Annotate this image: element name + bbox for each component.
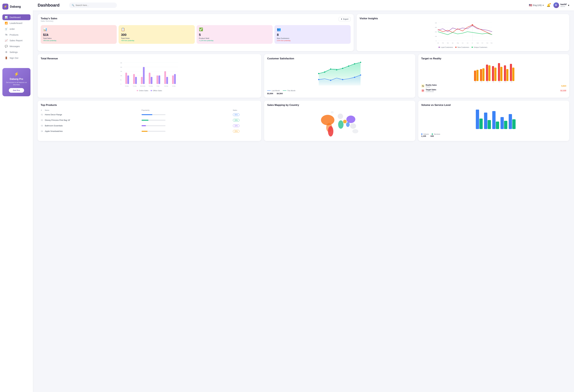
new-dot xyxy=(455,47,456,48)
legend-online: Online Sales xyxy=(137,90,148,91)
header: Dashboard 🔍 🇺🇸 Eng (US) ▾ 🔔 K kashif Adm… xyxy=(33,0,574,10)
sidebar-item-dashboard[interactable]: 📊 Dashboard xyxy=(2,14,30,20)
col-name: Name xyxy=(45,109,141,112)
get-pro-button[interactable]: Get Pro xyxy=(9,88,24,93)
svg-point-58 xyxy=(324,71,326,73)
volume-value-block: 1,135 xyxy=(421,135,426,137)
svg-rect-39 xyxy=(135,77,137,84)
svg-point-68 xyxy=(354,77,355,78)
target-text: Target Sales Commercial xyxy=(426,89,559,92)
settings-icon: ⚙ xyxy=(5,51,8,54)
satisfaction-legend: Last Month This Month xyxy=(267,90,412,91)
this-month-value-block: $4,504 xyxy=(277,92,283,95)
language-selector[interactable]: 🇺🇸 Eng (US) ▾ xyxy=(529,4,544,7)
notification-dot xyxy=(550,3,551,4)
search-input[interactable] xyxy=(76,4,114,6)
volume-dot xyxy=(421,133,422,135)
svg-rect-47 xyxy=(166,77,168,84)
table-row: 03 Bathroom Essentials 18% xyxy=(41,123,258,128)
svg-rect-41 xyxy=(143,67,144,84)
legend-unique: Unique Customers xyxy=(472,46,487,48)
legend-offline: Offline Sales xyxy=(151,90,162,91)
this-month-value: $4,504 xyxy=(277,92,283,95)
target-sub: Commercial xyxy=(426,91,559,92)
visitor-insights-card: Visitor Insights 400 300 200 100 0 xyxy=(357,14,569,51)
stat-value-1: 300 xyxy=(121,33,192,37)
user-menu[interactable]: K kashif Admin ▾ xyxy=(553,2,569,8)
target-info: 🛍 Reality Sales Global 8,823 🎯 Target Sa… xyxy=(421,84,566,92)
export-button[interactable]: ⬆ Export xyxy=(339,17,351,21)
stat-icon-2: ✅ xyxy=(199,27,270,31)
svg-rect-76 xyxy=(492,66,494,81)
visitor-title: Visitor Insights xyxy=(360,17,566,20)
sidebar-item-messages[interactable]: 💬 Messages xyxy=(2,43,30,49)
revenue-title: Total Revenue xyxy=(41,57,258,60)
total-revenue-card: Total Revenue 25k 20k 15k 10k 5k 0 xyxy=(38,54,261,98)
content: Today's Sales Sales Summery ⬆ Export 📊 $… xyxy=(33,10,574,392)
table-row: 04 Apple Smartwatches 25% xyxy=(41,129,258,134)
col-num: # xyxy=(41,109,44,112)
svg-text:Tuesday: Tuesday xyxy=(133,85,137,87)
sidebar-item-leaderboard[interactable]: 📶 Leaderboard xyxy=(2,20,30,26)
reality-label: Reality Sales xyxy=(426,84,560,86)
sidebar-item-order[interactable]: 🛒 order xyxy=(2,26,30,32)
svg-point-97 xyxy=(347,116,355,123)
last-month-label: Last Month xyxy=(272,90,280,91)
product-num-2: 03 xyxy=(41,123,44,128)
revenue-chart-area: 25k 20k 15k 10k 5k 0 xyxy=(41,62,258,88)
svg-text:25k: 25k xyxy=(120,62,122,63)
sidebar-item-settings[interactable]: ⚙ Settings xyxy=(2,49,30,55)
services-label: Services xyxy=(434,133,440,135)
unique-label: Unique Customers xyxy=(474,46,487,48)
svg-rect-103 xyxy=(484,113,487,129)
svg-rect-106 xyxy=(509,114,512,129)
chevron-down-icon: ▾ xyxy=(568,4,569,7)
reality-sub: Global xyxy=(426,86,560,88)
loyal-label: Loyal Customers xyxy=(441,46,453,48)
svg-text:Nov: Nov xyxy=(486,42,488,43)
page-title: Dashboard xyxy=(38,3,60,8)
new-label: New Customers xyxy=(457,46,469,48)
svg-text:Apr: Apr xyxy=(492,81,494,83)
export-label: Export xyxy=(343,18,348,20)
svg-text:Mar: Mar xyxy=(487,81,489,83)
volume-service-card: Volume vs Service Level xyxy=(418,101,569,141)
stat-value-2: 5 xyxy=(199,33,270,37)
product-sales-3: 25% xyxy=(233,129,258,134)
svg-text:Feb: Feb xyxy=(442,42,444,43)
world-map-svg xyxy=(267,108,412,138)
product-popularity-3 xyxy=(142,129,233,134)
sidebar-item-label: Dashboard xyxy=(10,16,20,19)
loyal-dot xyxy=(439,47,440,48)
pro-icon: ⚡ xyxy=(5,72,28,77)
product-sales-0: 45% xyxy=(233,112,258,117)
sidebar-item-sales-report[interactable]: 📈 Sales Report xyxy=(2,38,30,43)
stat-label-0: Total Sales xyxy=(43,37,114,39)
svg-rect-38 xyxy=(133,74,135,84)
svg-rect-104 xyxy=(492,111,495,129)
stat-icon-1: 📋 xyxy=(121,27,192,31)
service-value-block: 635 xyxy=(430,135,434,137)
svg-text:Oct: Oct xyxy=(481,42,483,43)
notification-button[interactable]: 🔔 xyxy=(547,3,550,7)
sidebar-item-sign-out[interactable]: 🚪 Sign Out xyxy=(2,55,30,61)
search-bar[interactable]: 🔍 xyxy=(69,2,117,8)
volume-chart-area xyxy=(421,108,566,132)
row-1: Today's Sales Sales Summery ⬆ Export 📊 $… xyxy=(38,14,569,51)
main-area: Dashboard 🔍 🇺🇸 Eng (US) ▾ 🔔 K kashif Adm… xyxy=(33,0,574,392)
flag-icon: 🇺🇸 xyxy=(529,4,532,7)
messages-icon: 💬 xyxy=(5,45,8,48)
product-name-3: Apple Smartwatches xyxy=(45,129,141,134)
search-icon: 🔍 xyxy=(72,4,74,6)
stat-value-3: 8 xyxy=(277,33,348,37)
svg-text:Jun: Jun xyxy=(462,42,463,43)
stat-change-3: 0.5% from yesterday xyxy=(277,40,348,41)
service-value: 635 xyxy=(430,135,434,137)
pro-upgrade-box: ⚡ Dabang Pro Get access to all features … xyxy=(2,68,30,96)
this-month-label: This Month xyxy=(287,90,295,91)
sidebar-item-products[interactable]: 🛍 Products xyxy=(2,32,30,38)
svg-rect-75 xyxy=(488,65,491,81)
sales-mapping-card: Sales Mapping by Country xyxy=(264,101,415,141)
product-sales-1: 29% xyxy=(233,118,258,123)
product-popularity-0 xyxy=(142,112,233,117)
